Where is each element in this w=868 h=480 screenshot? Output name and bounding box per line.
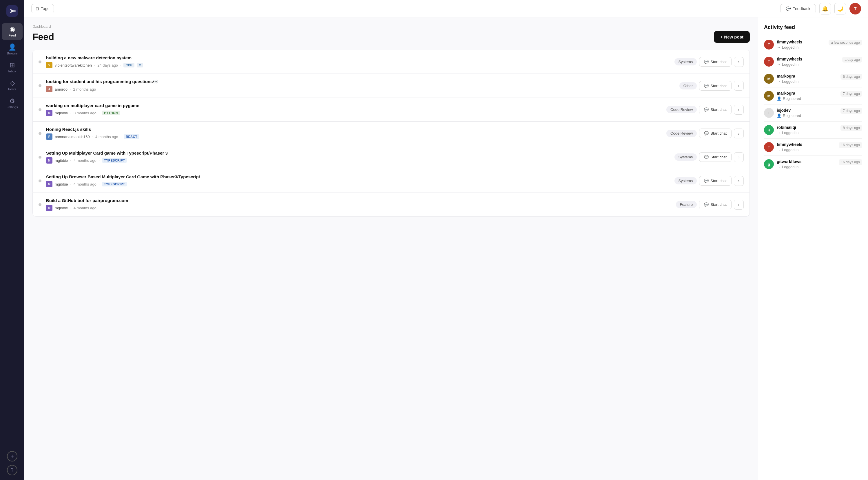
feed-item-avatar: P (46, 133, 53, 140)
content-area: Dashboard Feed + New post building a new… (24, 18, 868, 480)
tag-CPP: CPP (123, 63, 134, 67)
svg-point-1 (13, 10, 16, 12)
feed-item-meta: M mgibbie · 3 months ago · PYTHON (46, 110, 662, 116)
activity-avatar: T (764, 142, 774, 152)
activity-item: T timmywheels → Logged in 16 days ago (764, 139, 862, 156)
feed-item-username: mgibbie (55, 111, 68, 115)
notifications-button[interactable]: 🔔 (819, 3, 831, 14)
chevron-right-icon: › (738, 202, 740, 207)
chat-icon: 💬 (704, 155, 709, 159)
activity-username: timmywheels (777, 142, 836, 147)
action-label: Registered (783, 96, 801, 101)
action-label: Logged in (782, 62, 799, 67)
feed-item-avatar: M (46, 181, 53, 187)
feed-item-title: building a new malware detection system (46, 55, 670, 60)
feed-item: Setting Up Multiplayer Card game with Ty… (32, 145, 750, 169)
start-chat-button[interactable]: 💬 Start chat (699, 176, 732, 185)
topbar: ⊟ Tags 💬 Feedback 🔔 🌙 T (24, 0, 868, 18)
avatar-initials: T (854, 6, 857, 11)
chat-icon: 💬 (704, 179, 709, 183)
sidebar-item-browse[interactable]: 👤 Browse (2, 41, 23, 58)
sidebar-settings-label: Settings (6, 105, 18, 109)
feed-title: Feed (32, 32, 54, 42)
user-avatar[interactable]: T (849, 3, 861, 14)
bell-icon: 🔔 (822, 5, 828, 12)
activity-avatar: T (764, 40, 774, 49)
expand-button[interactable]: › (734, 105, 744, 115)
feed-item-username: pamnanaimanish169 (55, 135, 90, 139)
feed-item-username: mgibbie (55, 158, 68, 163)
activity-info: timmywheels → Logged in (777, 57, 839, 67)
feed-item-avatar: M (46, 110, 53, 116)
feed-item-time: 4 months ago (73, 182, 96, 186)
posts-icon: ◇ (10, 80, 15, 86)
feed-item-title: Honing React.js skills (46, 127, 662, 132)
feed-item: working on multiplayer card game in pyga… (32, 98, 750, 121)
logo[interactable] (6, 5, 19, 18)
feed-section: Dashboard Feed + New post building a new… (24, 18, 758, 480)
add-button[interactable]: + (7, 451, 18, 461)
activity-time: 7 days ago (840, 108, 862, 114)
start-chat-label: Start chat (710, 155, 726, 159)
activity-action: → Logged in (777, 79, 838, 84)
sidebar-item-feed[interactable]: ◉ Feed (2, 23, 23, 40)
feed-item: looking for student and his programming … (32, 73, 750, 98)
feed-item-category: Systems (675, 177, 697, 184)
expand-button[interactable]: › (734, 81, 744, 91)
activity-feed-title: Activity feed (764, 24, 862, 30)
new-post-button[interactable]: + New post (714, 31, 750, 43)
help-button[interactable]: ? (7, 465, 18, 475)
feed-item-avatar: M (46, 157, 53, 164)
start-chat-button[interactable]: 💬 Start chat (699, 129, 732, 138)
start-chat-button[interactable]: 💬 Start chat (699, 152, 732, 162)
start-chat-button[interactable]: 💬 Start chat (699, 105, 732, 114)
expand-button[interactable]: › (734, 200, 744, 210)
start-chat-button[interactable]: 💬 Start chat (699, 81, 732, 91)
feed-item-content: Build a GitHub bot for pairprogram.com M… (46, 198, 671, 211)
activity-username: gitworkflows (777, 159, 836, 164)
start-chat-button[interactable]: 💬 Start chat (699, 57, 732, 67)
main-area: ⊟ Tags 💬 Feedback 🔔 🌙 T Dashboard Feed +… (24, 0, 868, 480)
activity-item: M markogra → Logged in 6 days ago (764, 70, 862, 88)
feed-item-content: looking for student and his programming … (46, 79, 675, 92)
expand-button[interactable]: › (734, 176, 744, 186)
activity-action: 👤 Registered (777, 113, 838, 118)
start-chat-button[interactable]: 💬 Start chat (699, 200, 732, 209)
tag-C: C (137, 63, 143, 67)
feed-item-title: Setting Up Browser Based Multiplayer Car… (46, 174, 670, 179)
feed-item-meta: P pamnanaimanish169 · 4 months ago · REA… (46, 133, 662, 140)
expand-button[interactable]: › (734, 152, 744, 162)
action-label: Registered (783, 113, 801, 118)
start-chat-label: Start chat (710, 60, 726, 64)
feed-item-status-dot (38, 84, 41, 87)
tag-PYTHON: PYTHON (102, 111, 120, 115)
feed-item-time: 2 months ago (73, 87, 96, 92)
action-icon: → (777, 79, 780, 84)
settings-icon: ⚙ (9, 98, 15, 104)
expand-button[interactable]: › (734, 129, 744, 138)
feedback-button[interactable]: 💬 Feedback (780, 4, 816, 13)
sidebar-item-inbox[interactable]: ⊞ Inbox (2, 59, 23, 76)
feed-item-time: 4 months ago (73, 158, 96, 163)
chevron-right-icon: › (738, 155, 740, 160)
chevron-right-icon: › (738, 107, 740, 112)
sidebar-item-settings[interactable]: ⚙ Settings (2, 95, 23, 112)
expand-button[interactable]: › (734, 57, 744, 67)
activity-time: 7 days ago (840, 91, 862, 97)
dark-mode-button[interactable]: 🌙 (834, 3, 846, 14)
sidebar-inbox-label: Inbox (8, 69, 16, 73)
feed-header: Feed + New post (32, 31, 750, 43)
feed-item-content: Setting Up Multiplayer Card game with Ty… (46, 150, 670, 164)
chevron-right-icon: › (738, 60, 740, 64)
sidebar-item-posts[interactable]: ◇ Posts (2, 77, 23, 94)
feed-item-actions: Systems 💬 Start chat › (675, 57, 744, 67)
tags-button[interactable]: ⊟ Tags (31, 4, 54, 13)
activity-action: → Logged in (777, 131, 838, 135)
moon-icon: 🌙 (837, 5, 843, 12)
feed-item-username: amordo (55, 87, 67, 92)
feed-item-title: looking for student and his programming … (46, 79, 675, 84)
chat-icon: 💬 (704, 107, 709, 112)
activity-username: markogra (777, 91, 838, 96)
start-chat-label: Start chat (710, 107, 726, 112)
action-label: Logged in (782, 165, 799, 169)
